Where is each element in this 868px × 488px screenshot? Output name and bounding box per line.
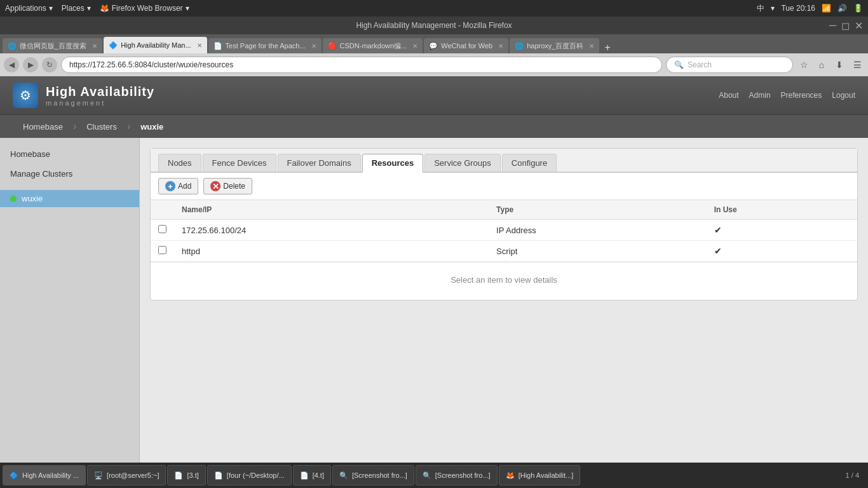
- tab-favicon-0: 🌐: [8, 42, 17, 50]
- menu-icon[interactable]: ☰: [850, 58, 864, 72]
- tab-close-1[interactable]: ✕: [197, 42, 202, 49]
- delete-button[interactable]: ✕ Delete: [203, 178, 252, 194]
- taskbar-icon-3: 📄: [214, 471, 223, 480]
- new-tab-button[interactable]: +: [600, 42, 614, 53]
- row-name-2: httpd: [174, 241, 489, 262]
- browser-tab-4[interactable]: 💬 WeChat for Web ✕: [424, 38, 508, 53]
- checkbox-2[interactable]: [158, 246, 166, 254]
- taskbar-label-1: [root@server5:~]: [107, 471, 159, 479]
- browser-nav-icons: ☆ ⌂ ⬇ ☰: [797, 58, 864, 72]
- table-row[interactable]: 172.25.66.100/24 IP Address ✔: [151, 220, 857, 241]
- checkbox-1[interactable]: [158, 225, 166, 233]
- table-header: Name/IP Type In Use: [151, 200, 857, 220]
- table-row[interactable]: httpd Script ✔: [151, 241, 857, 262]
- window-controls[interactable]: ─ ◻ ✕: [829, 20, 863, 32]
- row-inuse-2: ✔: [707, 241, 857, 262]
- applications-menu[interactable]: Applications ▾: [5, 4, 53, 13]
- tab-close-5[interactable]: ✕: [589, 43, 594, 50]
- bookmark-star-icon[interactable]: ☆: [797, 58, 811, 72]
- ha-main-area: Homebase Manage Clusters wuxie Nodes Fen…: [0, 138, 868, 463]
- taskbar-item-6[interactable]: 🔍 [Screenshot fro...]: [416, 465, 498, 485]
- minimize-button[interactable]: ─: [829, 20, 836, 32]
- browser-tab-5[interactable]: 🌐 haproxy_百度百科 ✕: [510, 38, 599, 53]
- browser-tab-1[interactable]: 🔷 High Availability Man... ✕: [104, 37, 207, 53]
- taskbar-page-num: 1 / 4: [839, 471, 865, 479]
- download-icon[interactable]: ⬇: [832, 58, 846, 72]
- browser-tab-3[interactable]: 🔴 CSDN-markdown编... ✕: [323, 38, 423, 53]
- taskbar-label-0: High Availability ...: [22, 471, 79, 479]
- taskbar-label-2: [3.t]: [187, 471, 198, 479]
- add-icon: +: [165, 181, 175, 191]
- search-bar[interactable]: 🔍 Search: [666, 57, 793, 73]
- taskbar-icon-2: 📄: [174, 471, 183, 480]
- taskbar-label-6: [Screenshot fro...]: [435, 471, 491, 479]
- browser-titlebar: High Availability Management - Mozilla F…: [0, 17, 868, 34]
- taskbar-label-3: [four (~/Desktop/...: [227, 471, 285, 479]
- network-icon: ▾: [771, 4, 775, 13]
- tab-service-groups[interactable]: Service Groups: [424, 154, 501, 172]
- firefox-label: Firefox Web Browser: [112, 4, 183, 13]
- taskbar-icon-1: 🖥️: [94, 471, 103, 480]
- lang-indicator: 中: [757, 3, 764, 14]
- taskbar-icon-7: 🦊: [506, 471, 515, 480]
- tab-resources[interactable]: Resources: [362, 154, 423, 173]
- details-placeholder-text: Select an item to view details: [451, 275, 557, 285]
- about-link[interactable]: About: [719, 91, 738, 100]
- taskbar-item-5[interactable]: 🔍 [Screenshot fro...]: [332, 465, 414, 485]
- address-bar[interactable]: https://172.25.66.5:8084/cluster/wuxie/r…: [61, 57, 662, 73]
- tab-label-0: 微信网页版_百度搜索: [20, 41, 86, 51]
- tab-nodes[interactable]: Nodes: [158, 154, 201, 172]
- back-button[interactable]: ◀: [4, 57, 19, 72]
- ha-logo-icon: ⚙: [13, 83, 38, 108]
- reload-button[interactable]: ↻: [42, 57, 57, 72]
- cluster-name: wuxie: [22, 194, 43, 203]
- tab-close-4[interactable]: ✕: [498, 43, 503, 50]
- row-type-1: IP Address: [489, 220, 707, 241]
- taskbar-item-4[interactable]: 📄 [4.t]: [293, 465, 331, 485]
- taskbar-item-2[interactable]: 📄 [3.t]: [167, 465, 205, 485]
- taskbar-item-3[interactable]: 📄 [four (~/Desktop/...: [207, 465, 292, 485]
- add-button[interactable]: + Add: [158, 178, 198, 194]
- taskbar-item-1[interactable]: 🖥️ [root@server5:~]: [87, 465, 166, 485]
- checkmark-2: ✔: [714, 246, 722, 256]
- tab-close-3[interactable]: ✕: [412, 43, 417, 50]
- applications-label: Applications: [5, 4, 46, 13]
- places-menu[interactable]: Places ▾: [62, 4, 91, 13]
- forward-button[interactable]: ▶: [23, 57, 38, 72]
- tab-fence-devices[interactable]: Fence Devices: [203, 154, 276, 172]
- taskbar-item-0[interactable]: 🔷 High Availability ...: [3, 465, 86, 485]
- admin-link[interactable]: Admin: [749, 91, 771, 100]
- sidebar-cluster-wuxie[interactable]: wuxie: [0, 190, 139, 207]
- row-inuse-1: ✔: [707, 220, 857, 241]
- tab-close-0[interactable]: ✕: [92, 43, 97, 50]
- col-name-ip: Name/IP: [174, 200, 489, 220]
- tab-failover-domains[interactable]: Failover Domains: [278, 154, 361, 172]
- home-icon[interactable]: ⌂: [815, 58, 829, 72]
- nav-homebase[interactable]: Homebase: [13, 117, 73, 137]
- nav-wuxie: wuxie: [130, 117, 173, 137]
- browser-tab-0[interactable]: 🌐 微信网页版_百度搜索 ✕: [3, 38, 102, 53]
- taskbar-item-7[interactable]: 🦊 [High Availabilit...]: [499, 465, 581, 485]
- maximize-button[interactable]: ◻: [841, 20, 850, 32]
- tab-configure[interactable]: Configure: [502, 154, 557, 172]
- taskbar-label-5: [Screenshot fro...]: [352, 471, 407, 479]
- tab-label-3: CSDN-markdown编...: [340, 41, 407, 51]
- tab-favicon-4: 💬: [429, 42, 438, 50]
- sidebar-item-homebase[interactable]: Homebase: [0, 144, 139, 164]
- address-text: https://172.25.66.5:8084/cluster/wuxie/r…: [69, 60, 233, 69]
- sidebar-item-manage-clusters[interactable]: Manage Clusters: [0, 164, 139, 184]
- close-button[interactable]: ✕: [855, 20, 863, 32]
- logout-link[interactable]: Logout: [832, 91, 855, 100]
- browser-tab-2[interactable]: 📄 Test Page for the Apach... ✕: [208, 38, 322, 53]
- delete-label: Delete: [223, 182, 245, 191]
- nav-clusters[interactable]: Clusters: [76, 117, 127, 137]
- preferences-link[interactable]: Preferences: [781, 91, 822, 100]
- ha-sidebar: Homebase Manage Clusters wuxie: [0, 138, 140, 463]
- row-checkbox-1[interactable]: [151, 220, 174, 241]
- resource-toolbar: + Add ✕ Delete: [151, 173, 857, 200]
- row-checkbox-2[interactable]: [151, 241, 174, 262]
- col-type: Type: [489, 200, 707, 220]
- tab-favicon-5: 🌐: [515, 42, 524, 50]
- firefox-menu[interactable]: 🦊 Firefox Web Browser ▾: [100, 4, 189, 13]
- tab-close-2[interactable]: ✕: [311, 43, 316, 50]
